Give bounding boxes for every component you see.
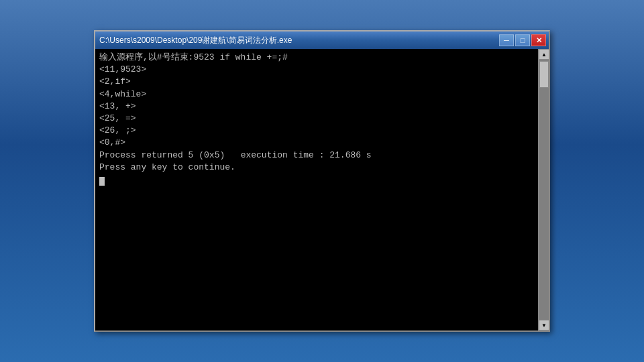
desktop: C:\Users\s2009\Desktop\209谢建航\简易词法分析.exe… (0, 0, 644, 362)
console-line: <26, ;> (99, 125, 534, 137)
console-line: <4,while> (99, 88, 534, 101)
scrollbar[interactable]: ▲ ▼ (538, 49, 549, 330)
console-line: Process returned 5 (0x5) execution time … (99, 149, 534, 162)
console-cursor-line (99, 174, 534, 186)
console-line: <25, => (99, 113, 534, 125)
title-bar: C:\Users\s2009\Desktop\209谢建航\简易词法分析.exe… (95, 32, 549, 49)
console-line: Press any key to continue. (99, 162, 534, 174)
scrollbar-down-button[interactable]: ▼ (539, 320, 549, 330)
minimize-button[interactable]: ─ (499, 34, 514, 46)
close-button[interactable]: ✕ (531, 34, 546, 46)
console-line: <0,#> (99, 137, 534, 149)
console-line: <13, +> (99, 101, 534, 113)
scrollbar-track[interactable] (539, 60, 549, 320)
scrollbar-up-button[interactable]: ▲ (539, 49, 549, 60)
console-output: 输入源程序,以#号结束:9523 if while +=;#<11,9523><… (95, 49, 538, 330)
scrollbar-thumb[interactable] (539, 61, 549, 88)
console-line: <11,9523> (99, 64, 534, 76)
window-title: C:\Users\s2009\Desktop\209谢建航\简易词法分析.exe (98, 35, 292, 46)
cursor-blink (99, 177, 105, 186)
maximize-button[interactable]: □ (515, 34, 530, 46)
console-window: C:\Users\s2009\Desktop\209谢建航\简易词法分析.exe… (94, 30, 550, 332)
console-line: 输入源程序,以#号结束:9523 if while +=;# (99, 52, 534, 64)
console-line: <2,if> (99, 76, 534, 88)
console-area: 输入源程序,以#号结束:9523 if while +=;#<11,9523><… (95, 49, 549, 330)
window-controls: ─ □ ✕ (499, 34, 546, 46)
